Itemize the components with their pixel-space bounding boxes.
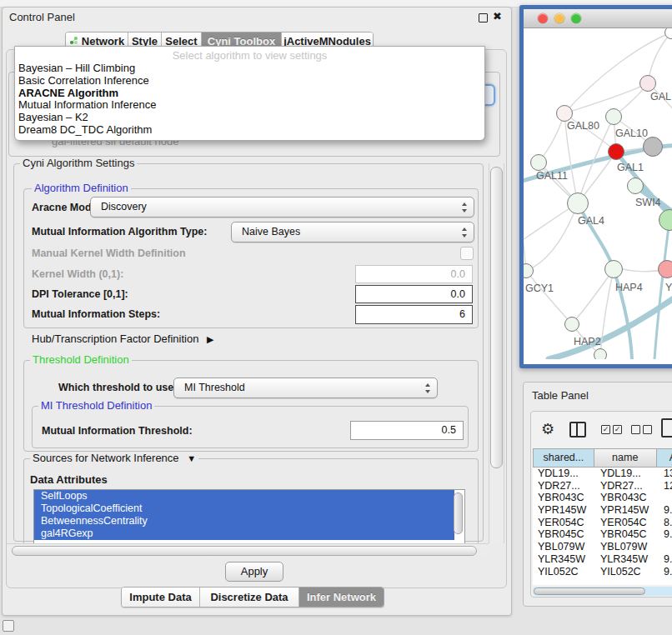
algorithm-option[interactable]: ARACNE Algorithm [18, 88, 156, 100]
table-cell: YIL052C [533, 566, 595, 578]
tab-impute-data[interactable]: Impute Data [122, 588, 200, 607]
table-row[interactable]: YDL19...YDL19...13 [533, 468, 672, 480]
data-attributes-label: Data Attributes [30, 473, 108, 486]
network-node[interactable] [567, 192, 589, 214]
zoom-traffic-light-icon[interactable] [571, 13, 581, 23]
sources-title: Sources for Network Inference [33, 452, 179, 464]
table-panel-body: ⚙ ✓ ✓ shared... name A YDL19...YDL [530, 411, 672, 598]
settings-hscrollbar[interactable] [7, 543, 489, 556]
network-node[interactable] [608, 143, 624, 160]
which-threshold-select[interactable]: MI Threshold [173, 378, 438, 398]
table-row[interactable]: YER054CYER054C8. [533, 517, 672, 529]
network-canvas[interactable]: GALGAL80GAL10GAL1GAL11SWI4GAL4GCY1HAP4YH… [524, 28, 672, 359]
tab-discretize-data[interactable]: Discretize Data [200, 588, 299, 607]
table-row[interactable]: YPR145WYPR145W9. [533, 504, 672, 517]
network-node[interactable] [564, 317, 579, 332]
table-panel-title: Table Panel [532, 389, 589, 402]
node-attribute-table: shared... name A YDL19...YDL19...13YDR27… [533, 448, 672, 585]
network-node[interactable] [658, 260, 672, 278]
column-header-name[interactable]: name [594, 448, 657, 468]
settings-vscrollbar[interactable] [489, 163, 504, 543]
table-row[interactable]: YBR043CYBR043C [533, 492, 672, 504]
network-node[interactable] [605, 108, 622, 125]
table-cell: YBR045C [533, 528, 595, 541]
gear-icon[interactable]: ⚙ [541, 420, 554, 438]
checked-box-icon: ✓ [613, 425, 622, 434]
apply-button[interactable]: Apply [225, 562, 283, 582]
unchecked-box-icon [643, 425, 652, 434]
mi-steps-input[interactable]: 6 [355, 305, 473, 324]
sources-expander[interactable]: Sources for Network Inference ▼ [30, 452, 198, 464]
data-attribute-option[interactable]: TopologicalCoefficient [34, 502, 454, 515]
close-traffic-light-icon[interactable] [538, 13, 548, 23]
mi-threshold-input[interactable]: 0.5 [350, 421, 464, 440]
network-node[interactable] [556, 105, 573, 122]
table-row[interactable]: YBL079WYBL079W [533, 541, 672, 553]
table-cell: YLR345W [595, 553, 659, 566]
table-cell: 9. [659, 553, 672, 566]
table-cell: YPR145W [533, 504, 595, 517]
table-hscrollbar[interactable] [533, 587, 672, 596]
deselect-columns-icon[interactable] [631, 425, 652, 434]
table-cell: 8. [659, 517, 672, 529]
network-node[interactable] [627, 178, 644, 194]
data-attribute-option[interactable]: SelfLoops [34, 490, 454, 502]
table-row[interactable]: YLR345WYLR345W9. [533, 553, 672, 566]
network-node[interactable] [530, 154, 547, 171]
settings-hscrollbar-thumb[interactable] [12, 546, 477, 556]
column-header-shared-name[interactable]: shared... [533, 448, 594, 468]
algorithm-option[interactable]: Mutual Information Inference [18, 99, 156, 112]
float-window-icon[interactable] [479, 13, 488, 22]
mi-type-select[interactable]: Naive Bayes [231, 222, 474, 242]
column-header-partial[interactable]: A [657, 448, 672, 468]
split-view-icon[interactable] [569, 422, 586, 438]
expander-expanded-icon: ▼ [187, 453, 196, 463]
table-cell: 12 [659, 480, 672, 492]
algorithm-options-list: Bayesian – Hill ClimbingBasic Correlatio… [18, 62, 156, 137]
data-attribute-option[interactable]: BetweennessCentrality [34, 515, 454, 528]
kernel-width-label: Kernel Width (0,1): [32, 268, 123, 280]
manual-kernel-checkbox[interactable] [460, 247, 474, 260]
aracne-mode-select[interactable]: Discovery [90, 197, 474, 218]
expander-collapsed-icon: ▶ [207, 334, 213, 344]
table-row[interactable]: YBR045CYBR045C9. [533, 528, 672, 541]
network-node[interactable] [639, 75, 656, 92]
tab-label: Discretize Data [210, 591, 288, 603]
new-table-icon[interactable] [661, 418, 672, 438]
network-window-titlebar[interactable] [524, 9, 672, 28]
table-row[interactable]: YDR27...YDR27...12 [533, 480, 672, 492]
select-all-columns-icon[interactable]: ✓ ✓ [601, 425, 622, 434]
network-node[interactable] [594, 348, 607, 359]
data-attribute-option[interactable]: gal4RGexp [34, 528, 454, 540]
algorithm-option[interactable]: Dream8 DC_TDC Algorithm [18, 124, 156, 137]
desktop: Control Panel ✖ Network Style Select Cyn… [0, 0, 672, 635]
collapsed-panel-icon[interactable] [3, 620, 14, 632]
tab-infer-network[interactable]: Infer Network [299, 588, 384, 607]
table-panel-window: Table Panel ⚙ ✓ ✓ shared... name [523, 382, 672, 607]
close-icon[interactable]: ✖ [493, 9, 502, 24]
algorithm-option[interactable]: Bayesian – Hill Climbing [18, 62, 156, 75]
table-cell: YLR345W [533, 553, 595, 566]
table-hscrollbar-thumb[interactable] [534, 588, 645, 595]
combo-arrows-icon [425, 383, 431, 393]
table-cell: 9. [659, 566, 672, 578]
kernel-width-input[interactable]: 0.0 [355, 265, 473, 283]
data-attributes-list[interactable]: SelfLoopsTopologicalCoefficientBetweenne… [33, 489, 465, 546]
network-node-label: HAP4 [615, 282, 643, 293]
list-scrollbar-thumb[interactable] [454, 492, 463, 534]
table-row[interactable]: YIL052CYIL052C9. [533, 566, 672, 578]
table-header-row: shared... name A [533, 448, 672, 468]
algorithm-option[interactable]: Bayesian – K2 [18, 112, 156, 124]
algorithm-definition-title: Algorithm Definition [32, 182, 131, 194]
algorithm-option[interactable]: Basic Correlation Inference [18, 75, 156, 88]
dpi-tolerance-input[interactable]: 0.0 [355, 285, 473, 303]
hub-definition-expander[interactable]: Hub/Transcription Factor Definition ▶ [32, 332, 213, 345]
network-node[interactable] [604, 260, 623, 278]
network-node-label: SWI4 [635, 197, 661, 208]
settings-vscrollbar-thumb[interactable] [490, 167, 503, 468]
threshold-definition-title: Threshold Definition [30, 354, 132, 366]
table-cell: YER054C [595, 517, 659, 529]
checked-box-icon: ✓ [601, 425, 610, 434]
minimize-traffic-light-icon[interactable] [554, 13, 564, 23]
network-node[interactable] [643, 137, 663, 157]
